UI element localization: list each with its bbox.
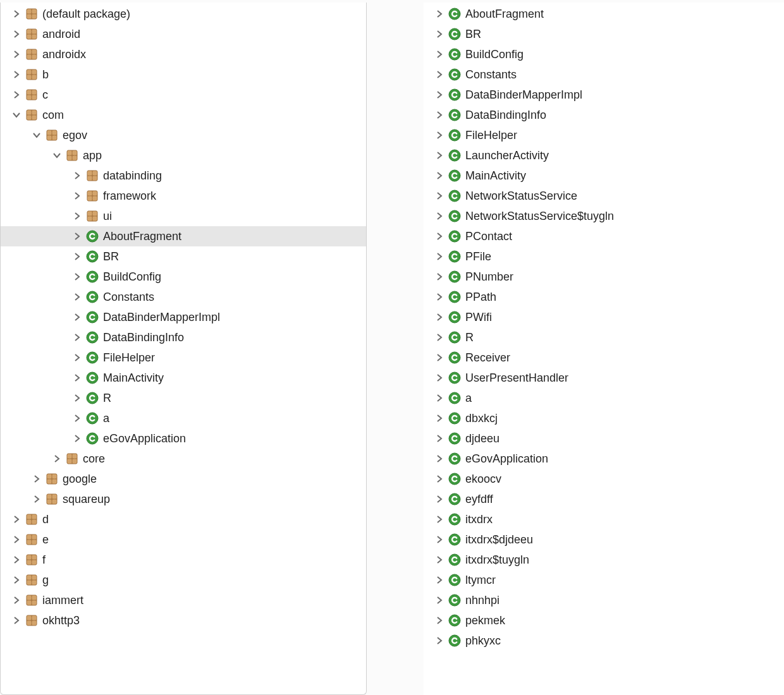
chevron-right-icon[interactable] <box>432 593 446 607</box>
tree-row[interactable]: ltymcr <box>424 570 784 590</box>
chevron-right-icon[interactable] <box>30 472 44 486</box>
chevron-right-icon[interactable] <box>70 310 84 324</box>
tree-row[interactable]: (default package) <box>1 4 366 24</box>
tree-row[interactable]: Receiver <box>424 348 784 368</box>
chevron-right-icon[interactable] <box>70 371 84 385</box>
chevron-right-icon[interactable] <box>432 330 446 344</box>
chevron-right-icon[interactable] <box>9 47 23 61</box>
chevron-right-icon[interactable] <box>9 553 23 567</box>
chevron-right-icon[interactable] <box>70 209 84 223</box>
tree-row[interactable]: itxdrx <box>424 509 784 529</box>
chevron-right-icon[interactable] <box>70 351 84 365</box>
chevron-right-icon[interactable] <box>432 270 446 284</box>
chevron-right-icon[interactable] <box>432 148 446 162</box>
tree-row[interactable]: databinding <box>1 166 366 186</box>
chevron-right-icon[interactable] <box>70 391 84 405</box>
chevron-right-icon[interactable] <box>432 88 446 102</box>
tree-row[interactable]: itxdrx$djdeeu <box>424 529 784 550</box>
package-tree-right[interactable]: AboutFragmentBRBuildConfigConstantsDataB… <box>424 3 784 651</box>
chevron-right-icon[interactable] <box>9 613 23 627</box>
tree-row[interactable]: c <box>1 85 366 105</box>
chevron-right-icon[interactable] <box>432 411 446 425</box>
chevron-right-icon[interactable] <box>70 229 84 243</box>
tree-row[interactable]: MainActivity <box>1 368 366 388</box>
chevron-right-icon[interactable] <box>9 512 23 526</box>
tree-row[interactable]: PPath <box>424 287 784 307</box>
tree-row[interactable]: AboutFragment <box>424 4 784 24</box>
tree-row[interactable]: DataBinderMapperImpl <box>1 307 366 327</box>
tree-row[interactable]: DataBindingInfo <box>1 327 366 348</box>
chevron-right-icon[interactable] <box>432 310 446 324</box>
tree-row[interactable]: app <box>1 145 366 166</box>
chevron-right-icon[interactable] <box>432 27 446 41</box>
chevron-right-icon[interactable] <box>70 250 84 263</box>
tree-row[interactable]: FileHelper <box>1 348 366 368</box>
chevron-right-icon[interactable] <box>9 593 23 607</box>
tree-row[interactable]: DataBinderMapperImpl <box>424 85 784 105</box>
chevron-right-icon[interactable] <box>432 472 446 486</box>
tree-row[interactable]: eGovApplication <box>1 428 366 449</box>
tree-row[interactable]: BuildConfig <box>1 267 366 287</box>
tree-row[interactable]: Constants <box>1 287 366 307</box>
chevron-right-icon[interactable] <box>9 27 23 41</box>
chevron-right-icon[interactable] <box>432 250 446 263</box>
chevron-right-icon[interactable] <box>432 452 446 466</box>
tree-row[interactable]: BR <box>424 24 784 44</box>
chevron-right-icon[interactable] <box>432 634 446 648</box>
tree-row[interactable]: LauncherActivity <box>424 145 784 166</box>
chevron-right-icon[interactable] <box>432 613 446 627</box>
chevron-down-icon[interactable] <box>50 148 64 162</box>
tree-row[interactable]: iammert <box>1 590 366 610</box>
chevron-right-icon[interactable] <box>432 189 446 203</box>
tree-row[interactable]: a <box>1 408 366 428</box>
chevron-right-icon[interactable] <box>432 108 446 122</box>
tree-row[interactable]: androidx <box>1 44 366 64</box>
tree-row[interactable]: e <box>1 529 366 550</box>
tree-row[interactable]: BR <box>1 246 366 267</box>
tree-row[interactable]: R <box>424 327 784 348</box>
tree-row[interactable]: ekoocv <box>424 469 784 489</box>
tree-row[interactable]: eGovApplication <box>424 449 784 469</box>
chevron-right-icon[interactable] <box>9 68 23 82</box>
chevron-right-icon[interactable] <box>70 432 84 445</box>
chevron-right-icon[interactable] <box>432 68 446 82</box>
chevron-right-icon[interactable] <box>432 492 446 506</box>
tree-row[interactable]: phkyxc <box>424 631 784 651</box>
chevron-right-icon[interactable] <box>9 533 23 547</box>
tree-row[interactable]: b <box>1 64 366 85</box>
tree-row[interactable]: FileHelper <box>424 125 784 145</box>
tree-row[interactable]: ui <box>1 206 366 226</box>
tree-row[interactable]: BuildConfig <box>424 44 784 64</box>
chevron-right-icon[interactable] <box>70 270 84 284</box>
tree-row[interactable]: google <box>1 469 366 489</box>
chevron-right-icon[interactable] <box>432 533 446 547</box>
tree-row[interactable]: com <box>1 105 366 125</box>
tree-row[interactable]: framework <box>1 186 366 206</box>
tree-row[interactable]: DataBindingInfo <box>424 105 784 125</box>
tree-row[interactable]: egov <box>1 125 366 145</box>
package-tree-left[interactable]: (default package)androidandroidxbccomego… <box>1 3 366 631</box>
tree-row[interactable]: Constants <box>424 64 784 85</box>
tree-row[interactable]: android <box>1 24 366 44</box>
chevron-right-icon[interactable] <box>432 553 446 567</box>
chevron-right-icon[interactable] <box>432 128 446 142</box>
chevron-right-icon[interactable] <box>70 330 84 344</box>
chevron-right-icon[interactable] <box>30 492 44 506</box>
chevron-right-icon[interactable] <box>70 290 84 304</box>
chevron-right-icon[interactable] <box>432 169 446 183</box>
chevron-right-icon[interactable] <box>432 351 446 365</box>
tree-row[interactable]: pekmek <box>424 610 784 631</box>
chevron-right-icon[interactable] <box>432 47 446 61</box>
tree-row[interactable]: g <box>1 570 366 590</box>
chevron-right-icon[interactable] <box>432 229 446 243</box>
chevron-right-icon[interactable] <box>432 432 446 445</box>
tree-row[interactable]: MainActivity <box>424 166 784 186</box>
tree-row[interactable]: PWifi <box>424 307 784 327</box>
tree-row[interactable]: NetworkStatusService <box>424 186 784 206</box>
chevron-right-icon[interactable] <box>432 512 446 526</box>
tree-row[interactable]: a <box>424 388 784 408</box>
package-explorer-panel-right[interactable]: AboutFragmentBRBuildConfigConstantsDataB… <box>424 3 784 695</box>
chevron-right-icon[interactable] <box>70 411 84 425</box>
tree-row[interactable]: NetworkStatusService$tuygln <box>424 206 784 226</box>
chevron-down-icon[interactable] <box>9 108 23 122</box>
